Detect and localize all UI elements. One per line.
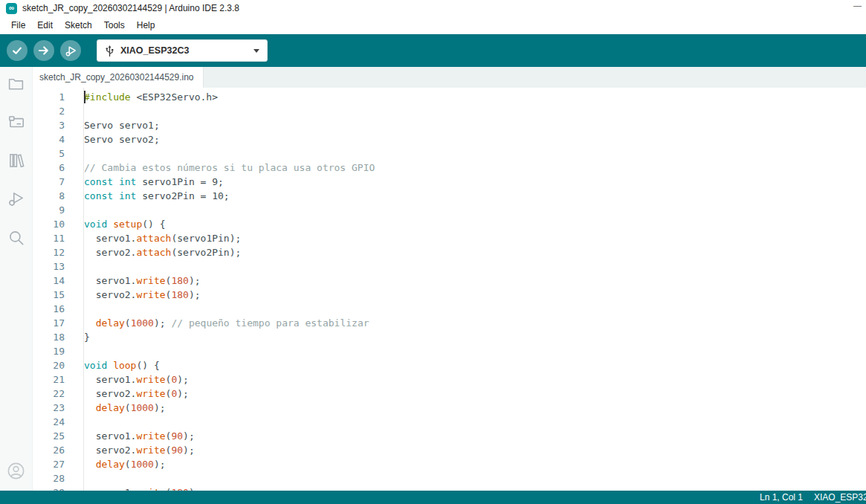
code-text: Servo servo1; — [83, 118, 160, 132]
code-text: delay(1000); — [83, 457, 166, 471]
gutter-separator — [83, 88, 84, 491]
sidebar-item-library-manager[interactable] — [4, 150, 28, 171]
code-text: servo2.write(0); — [83, 387, 189, 401]
line-number: 26 — [33, 443, 83, 457]
code-line[interactable]: 2 — [33, 104, 866, 118]
tab-bar: sketch_JR_copy_20260302144529.ino — [33, 67, 866, 88]
code-line[interactable]: 27 delay(1000); — [33, 457, 866, 471]
code-line[interactable]: 11 servo1.attach(servo1Pin); — [33, 231, 866, 245]
text-cursor — [84, 91, 85, 103]
sidebar-item-account[interactable] — [4, 460, 28, 481]
upload-button[interactable] — [33, 40, 54, 61]
menu-item-help[interactable]: Help — [131, 18, 161, 33]
line-number: 11 — [33, 231, 83, 245]
code-line[interactable]: 16 — [33, 302, 866, 316]
line-number: 2 — [33, 104, 83, 118]
code-line[interactable]: 10void setup() { — [33, 217, 866, 231]
code-line[interactable]: 15 servo2.write(180); — [33, 288, 866, 302]
code-text: void loop() { — [83, 358, 160, 372]
debug-button[interactable] — [60, 40, 81, 61]
code-line[interactable]: 3Servo servo1; — [33, 118, 866, 132]
status-board-name[interactable]: XIAO_ESP32C3 — [814, 492, 866, 503]
menu-item-sketch[interactable]: Sketch — [59, 18, 98, 33]
code-text: #include <ESP32Servo.h> — [83, 90, 218, 104]
code-text: void setup() { — [83, 217, 166, 231]
code-line[interactable]: 21 servo1.write(0); — [33, 372, 866, 387]
line-number: 1 — [33, 90, 83, 104]
code-line[interactable]: 9 — [33, 203, 866, 217]
main-area: sketch_JR_copy_20260302144529.ino 1#incl… — [0, 67, 866, 491]
code-line[interactable]: 14 servo1.write(180); — [33, 274, 866, 288]
line-number: 22 — [33, 387, 83, 401]
debug-icon — [7, 190, 26, 209]
code-text: Servo servo2; — [83, 132, 160, 146]
line-number: 8 — [33, 189, 83, 203]
code-area[interactable]: 1#include <ESP32Servo.h>23Servo servo1;4… — [33, 88, 866, 491]
code-text: const int servo1Pin = 9; — [83, 175, 224, 189]
sidebar-item-boards-manager[interactable] — [4, 112, 28, 132]
sidebar-item-sketchbook[interactable] — [4, 73, 28, 94]
code-line[interactable]: 13 — [33, 259, 866, 274]
menu-item-edit[interactable]: Edit — [31, 18, 59, 33]
sidebar-item-search[interactable] — [4, 227, 28, 248]
line-number: 9 — [33, 203, 83, 217]
titlebar: ∞ sketch_JR_copy_20260302144529 | Arduin… — [0, 0, 866, 16]
line-number: 18 — [33, 330, 83, 344]
code-text: servo2.write(180); — [83, 288, 201, 302]
minimize-button[interactable]: — — [853, 1, 862, 10]
line-number: 12 — [33, 245, 83, 259]
code-text: delay(1000); — [83, 401, 166, 415]
right-arrow-icon — [38, 45, 50, 56]
menu-item-tools[interactable]: Tools — [98, 18, 131, 33]
usb-icon — [105, 45, 114, 57]
tab-sketch-ino[interactable]: sketch_JR_copy_20260302144529.ino — [33, 67, 204, 88]
code-line[interactable]: 5 — [33, 146, 866, 161]
toolbar: XIAO_ESP32C3 — [0, 34, 866, 67]
line-number: 6 — [33, 161, 83, 175]
line-number: 10 — [33, 217, 83, 231]
code-text: servo1.write(90); — [83, 429, 195, 443]
folder-icon — [7, 74, 25, 93]
code-line[interactable]: 7const int servo1Pin = 9; — [33, 175, 866, 189]
status-bar: Ln 1, Col 1 XIAO_ESP32C3 — [0, 491, 866, 504]
line-number: 16 — [33, 302, 83, 316]
code-line[interactable]: 6// Cambia estos números si tu placa usa… — [33, 161, 866, 175]
chevron-down-icon — [253, 49, 259, 53]
line-number: 15 — [33, 288, 83, 302]
code-line[interactable]: 4Servo servo2; — [33, 132, 866, 146]
code-line[interactable]: 20void loop() { — [33, 358, 866, 372]
books-icon — [7, 151, 26, 170]
line-number: 3 — [33, 118, 83, 132]
verify-button[interactable] — [7, 40, 28, 61]
line-number: 20 — [33, 358, 83, 372]
code-line[interactable]: 28 — [33, 471, 866, 485]
code-line[interactable]: 19 — [33, 344, 866, 358]
code-line[interactable]: 25 servo1.write(90); — [33, 429, 866, 443]
code-line[interactable]: 12 servo2.attach(servo2Pin); — [33, 245, 866, 259]
cursor-position-status[interactable]: Ln 1, Col 1 — [760, 492, 803, 503]
code-text: const int servo2Pin = 10; — [83, 189, 230, 203]
code-line[interactable]: 26 servo2.write(90); — [33, 443, 866, 457]
sidebar-item-debug[interactable] — [4, 189, 28, 210]
line-number: 21 — [33, 372, 83, 387]
arduino-ide-window: ∞ sketch_JR_copy_20260302144529 | Arduin… — [0, 0, 866, 504]
board-selector-dropdown[interactable]: XIAO_ESP32C3 — [97, 39, 268, 62]
code-line[interactable]: 22 servo2.write(0); — [33, 387, 866, 401]
code-line[interactable]: 1#include <ESP32Servo.h> — [33, 90, 866, 104]
code-text: // Cambia estos números si tu placa usa … — [83, 161, 375, 175]
code-line[interactable]: 29 servo1.write(180); — [33, 485, 866, 491]
window-title: sketch_JR_copy_20260302144529 | Arduino … — [22, 3, 239, 13]
code-line[interactable]: 23 delay(1000); — [33, 401, 866, 415]
code-text: servo1.write(0); — [83, 372, 189, 387]
line-number: 28 — [33, 471, 83, 485]
code-text: delay(1000); // pequeño tiempo para esta… — [83, 316, 369, 330]
code-line[interactable]: 24 — [33, 415, 866, 429]
code-text: } — [83, 330, 90, 344]
check-icon — [11, 45, 23, 56]
code-line[interactable]: 8const int servo2Pin = 10; — [33, 189, 866, 203]
editor-group: sketch_JR_copy_20260302144529.ino 1#incl… — [33, 67, 866, 491]
code-lines: 1#include <ESP32Servo.h>23Servo servo1;4… — [33, 90, 866, 491]
code-line[interactable]: 18} — [33, 330, 866, 344]
menu-item-file[interactable]: File — [5, 18, 31, 33]
code-line[interactable]: 17 delay(1000); // pequeño tiempo para e… — [33, 316, 866, 330]
